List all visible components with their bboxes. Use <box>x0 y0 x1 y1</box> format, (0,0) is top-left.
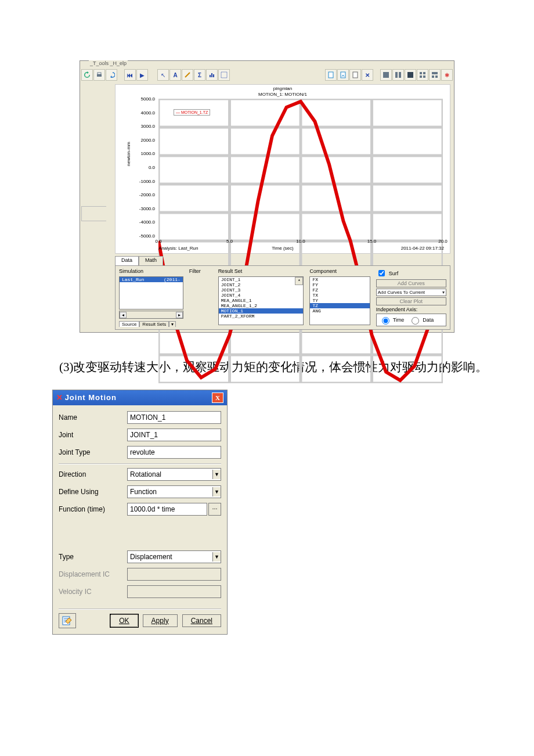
dispic-field <box>127 568 221 581</box>
chevron-down-icon[interactable]: ▾ <box>169 321 176 327</box>
layout5-icon[interactable] <box>429 69 441 81</box>
pointer-icon[interactable]: ↖ <box>157 69 169 81</box>
close-icon[interactable]: X <box>212 393 223 403</box>
list-item[interactable]: TX <box>310 293 369 298</box>
plot-title: pingmian MOTION_1: MOTION/1 <box>116 85 450 98</box>
svg-rect-10 <box>395 72 398 78</box>
simulation-header: Simulation <box>119 268 183 274</box>
measure-icon[interactable] <box>182 69 193 81</box>
svg-rect-13 <box>420 72 422 74</box>
svg-rect-6 <box>329 72 333 78</box>
surf-checkbox[interactable]: Surf <box>376 268 446 278</box>
svg-rect-19 <box>435 75 438 78</box>
clear-plot-button[interactable]: Clear Plot <box>376 297 446 305</box>
list-item[interactable]: JOINT_4 <box>219 293 304 298</box>
scroll-up-icon[interactable]: ▴ <box>295 277 303 285</box>
joint-motion-dialog: ✕ Joint Motion X NameMOTION_1 JointJOINT… <box>52 390 228 635</box>
svg-rect-17 <box>432 72 438 74</box>
list-item[interactable]: MOTION_1 <box>219 308 304 314</box>
tab-data[interactable]: Data <box>115 256 139 265</box>
function-field[interactable]: 1000.0d * time <box>127 503 207 516</box>
note-icon[interactable] <box>59 613 76 628</box>
apply-button[interactable]: Apply <box>143 614 178 627</box>
radio-time[interactable]: Time <box>379 315 405 325</box>
dispic-label: Displacement IC <box>59 570 127 578</box>
indep-axis-group: Time Data <box>376 314 446 326</box>
undo-icon[interactable] <box>106 69 117 81</box>
svg-rect-9 <box>383 72 389 78</box>
zoom-icon[interactable] <box>218 69 230 81</box>
chart-body: -5000.0-4000.0-3000.0-2000.0-1000.00.010… <box>158 99 443 236</box>
svg-rect-8 <box>353 72 358 78</box>
delete-icon[interactable]: ✕ <box>362 69 373 81</box>
svg-rect-14 <box>423 72 425 74</box>
velic-field <box>127 585 221 598</box>
print-icon[interactable] <box>93 69 105 81</box>
data-panel: Simulation Last_Run (2011- ◂▸ Source Res… <box>115 265 450 330</box>
filter-header: Filter <box>189 268 212 274</box>
function-label: Function (time) <box>59 505 127 513</box>
ok-button[interactable]: OK <box>110 614 138 627</box>
direction-label: Direction <box>59 470 127 478</box>
svg-rect-15 <box>420 75 422 78</box>
defineusing-dropdown[interactable]: Function <box>127 485 221 498</box>
list-item[interactable]: ANG <box>310 308 369 314</box>
svg-rect-0 <box>97 74 102 77</box>
list-item[interactable]: TY <box>310 298 369 303</box>
layout2-icon[interactable] <box>392 69 404 81</box>
left-sidebar-stub <box>81 206 106 221</box>
sigma-icon[interactable]: Σ <box>194 69 205 81</box>
play-icon[interactable]: ▶ <box>136 69 148 81</box>
radio-data[interactable]: Data <box>409 315 434 325</box>
defineusing-label: Define Using <box>59 488 127 496</box>
component-header: Component <box>309 268 370 274</box>
reload-icon[interactable] <box>81 69 93 81</box>
list-item[interactable]: FY <box>310 282 369 287</box>
add-to-current-dropdown[interactable]: Add Curves To Current <box>376 289 446 296</box>
layout1-icon[interactable] <box>380 69 392 81</box>
menu-fragment: _T_ools _H_elp <box>89 60 128 66</box>
list-item: Last_Run (2011- <box>120 277 183 282</box>
dialog-titlebar: ✕ Joint Motion X <box>53 390 227 405</box>
type-dropdown[interactable]: Displacement <box>127 550 221 563</box>
joint-field[interactable]: JOINT_1 <box>127 429 221 441</box>
h-scrollbar[interactable]: ◂▸ <box>119 311 183 319</box>
resultset-list[interactable]: ▴ JOINT_1JOINT_2JOINT_3JOINT_4MEA_ANGLE_… <box>218 276 304 325</box>
direction-dropdown[interactable]: Rotational <box>127 468 221 481</box>
svg-rect-5 <box>221 72 227 78</box>
newpage-icon[interactable] <box>349 69 361 81</box>
tab-source[interactable]: Source <box>119 321 139 327</box>
simulation-list[interactable]: Last_Run (2011- <box>119 276 183 309</box>
plot-window: _T_ools _H_elp ⏮ ▶ ↖ A Σ ✕ <box>80 60 454 333</box>
toolbar: ⏮ ▶ ↖ A Σ ✕ ✱ <box>81 68 453 82</box>
list-item[interactable]: FX <box>310 277 369 282</box>
joint-label: Joint <box>59 431 127 439</box>
page2-icon[interactable] <box>337 69 349 81</box>
list-item[interactable]: JOINT_1 <box>219 277 304 282</box>
stats-icon[interactable] <box>206 69 218 81</box>
layout4-icon[interactable] <box>417 69 428 81</box>
cancel-button[interactable]: Cancel <box>182 614 221 627</box>
tab-result-sets[interactable]: Result Sets <box>139 321 169 327</box>
name-label: Name <box>59 413 127 422</box>
svg-rect-4 <box>213 74 214 77</box>
name-field[interactable]: MOTION_1 <box>127 411 221 424</box>
list-item[interactable]: PART_2_XFORM <box>219 314 304 319</box>
list-item[interactable]: JOINT_2 <box>219 282 304 287</box>
component-list[interactable]: FXFYFZTXTYTZANG <box>309 276 370 325</box>
function-browse-button[interactable]: ... <box>208 503 221 516</box>
settings-icon[interactable]: ✱ <box>441 69 453 81</box>
svg-rect-3 <box>211 73 212 77</box>
list-item[interactable]: MEA_ANGLE_1 <box>219 298 304 303</box>
tab-math[interactable]: Math <box>139 256 163 265</box>
text-icon[interactable]: A <box>169 69 181 81</box>
first-icon[interactable]: ⏮ <box>124 69 136 81</box>
list-item[interactable]: JOINT_3 <box>219 287 304 293</box>
resultset-header: Result Set <box>218 268 304 274</box>
add-curves-button[interactable]: Add Curves <box>376 279 446 287</box>
page1-icon[interactable] <box>325 69 337 81</box>
list-item[interactable]: TZ <box>310 303 369 308</box>
list-item[interactable]: FZ <box>310 287 369 293</box>
list-item[interactable]: MEA_ANGLE_1_2 <box>219 303 304 308</box>
layout3-icon[interactable] <box>405 69 416 81</box>
